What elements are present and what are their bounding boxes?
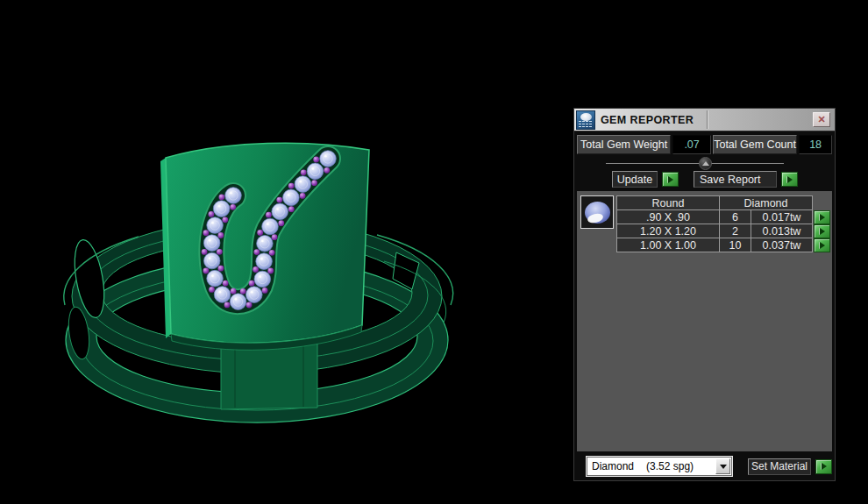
- gem-table: Round Diamond .90 X .90 6 0.017tw 1.20 X…: [616, 196, 830, 252]
- table-row: 1.00 X 1.00 10 0.037tw: [616, 238, 830, 252]
- gem-size-cell: 1.00 X 1.00: [616, 238, 720, 252]
- gem-weight-cell: 0.013tw: [751, 224, 813, 238]
- row-go-button[interactable]: [814, 224, 830, 238]
- save-report-go-button[interactable]: [781, 172, 798, 187]
- table-row: .90 X .90 6 0.017tw: [616, 209, 830, 224]
- gem-weight-cell: 0.017tw: [751, 209, 813, 224]
- chevron-down-icon[interactable]: [715, 458, 730, 474]
- play-arrow-icon: [822, 463, 827, 470]
- gem-count-cell: 10: [719, 238, 751, 252]
- material-dropdown-value: Diamond: [592, 460, 634, 472]
- play-arrow-icon: [787, 176, 793, 183]
- total-gem-weight-value: .07: [672, 135, 711, 154]
- up-arrow-icon: [702, 161, 709, 166]
- gem-size-cell: 1.20 X 1.20: [616, 224, 720, 238]
- titlebar-divider: [707, 110, 708, 129]
- application-window: GEM REPORTER ✕ Total Gem Weight .07 Tota…: [0, 0, 868, 504]
- total-gem-count-value: 18: [799, 135, 832, 154]
- gem-count-cell: 6: [719, 209, 751, 224]
- material-header: Diamond: [719, 195, 813, 210]
- save-report-button[interactable]: Save Report: [694, 171, 777, 188]
- weight-slider: [577, 155, 832, 170]
- close-icon[interactable]: ✕: [813, 112, 830, 127]
- play-arrow-icon: [820, 242, 825, 249]
- slider-knob[interactable]: [699, 157, 712, 170]
- table-header-row: Round Diamond: [616, 195, 830, 210]
- gem-weight-cell: 0.037tw: [751, 238, 813, 252]
- totals-row: Total Gem Weight .07 Total Gem Count 18: [577, 135, 832, 154]
- material-row: Diamond (3.52 spg) Set Material: [577, 456, 832, 477]
- play-arrow-icon: [820, 214, 825, 221]
- set-material-button[interactable]: Set Material: [748, 458, 811, 475]
- play-arrow-icon: [820, 228, 825, 235]
- panel-title: GEM REPORTER: [601, 114, 694, 126]
- gem-reporter-icon: [576, 110, 595, 130]
- actions-row: Update Save Report: [577, 171, 832, 188]
- gem-reporter-panel: GEM REPORTER ✕ Total Gem Weight .07 Tota…: [573, 108, 836, 481]
- row-go-button[interactable]: [814, 238, 830, 252]
- shape-header: Round: [616, 195, 720, 210]
- gem-thumbnail: [580, 195, 614, 229]
- material-density: (3.52 spg): [646, 460, 694, 472]
- row-go-button[interactable]: [814, 210, 830, 224]
- total-gem-weight-label: Total Gem Weight: [577, 135, 671, 154]
- update-go-button[interactable]: [662, 172, 679, 187]
- slider-track[interactable]: [606, 163, 784, 164]
- total-gem-count-label: Total Gem Count: [713, 135, 797, 154]
- set-material-go-button[interactable]: [815, 459, 832, 474]
- panel-titlebar[interactable]: GEM REPORTER ✕: [574, 109, 835, 131]
- table-row: 1.20 X 1.20 2 0.013tw: [616, 224, 830, 238]
- report-area: Round Diamond .90 X .90 6 0.017tw 1.20 X…: [577, 191, 832, 451]
- material-dropdown[interactable]: Diamond (3.52 spg): [587, 457, 732, 476]
- gem-count-cell: 2: [719, 224, 751, 238]
- play-arrow-icon: [668, 176, 673, 183]
- gem-size-cell: .90 X .90: [616, 209, 720, 224]
- update-button[interactable]: Update: [612, 171, 658, 188]
